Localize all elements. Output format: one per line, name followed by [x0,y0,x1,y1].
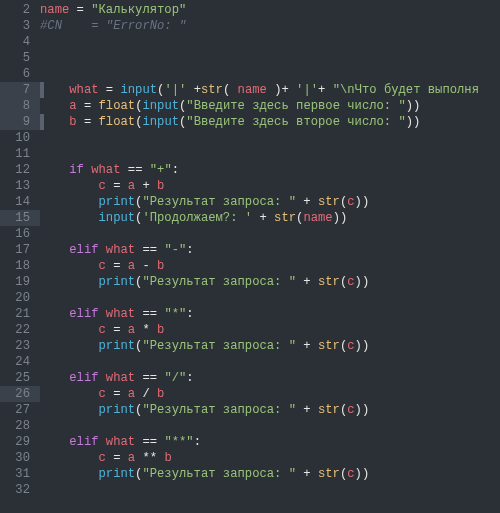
line-number: 13 [0,178,40,194]
code-line[interactable]: 19 print("Результат запроса: " + str(c)) [0,274,500,290]
code-line[interactable]: 32 [0,482,500,498]
code-line[interactable]: 3#CN = "ErrorNo: " [0,18,500,34]
token-op [40,323,99,337]
code-line[interactable]: 10 [0,130,500,146]
token-op: == [135,371,164,385]
code-line[interactable]: 6 [0,66,500,82]
code-content[interactable] [40,418,500,434]
code-content[interactable]: print("Результат запроса: " + str(c)) [40,338,500,354]
code-line[interactable]: 30 c = a ** b [0,450,500,466]
token-var: b [157,179,164,193]
code-line[interactable]: 11 [0,146,500,162]
token-op [40,115,69,129]
line-number: 3 [0,18,40,34]
code-line[interactable]: 25 elif what == "/": [0,370,500,386]
code-content[interactable]: c = a - b [40,258,500,274]
code-content[interactable]: c = a + b [40,178,500,194]
code-content[interactable]: elif what == "*": [40,306,500,322]
code-content[interactable]: #CN = "ErrorNo: " [40,18,500,34]
code-line[interactable]: 2name = "Калькулятор" [0,2,500,18]
token-var: c [99,451,106,465]
token-op: )) [355,195,370,209]
code-line[interactable]: 26 c = a / b [0,386,500,402]
token-str: "Результат запроса: " [142,467,296,481]
token-op: = [69,3,91,17]
code-content[interactable] [40,354,500,370]
code-content[interactable]: c = a / b [40,386,500,402]
code-editor[interactable]: 2name = "Калькулятор"3#CN = "ErrorNo: "4… [0,0,500,498]
token-var: c [347,467,354,481]
code-content[interactable] [40,130,500,146]
line-number: 15 [0,210,40,226]
code-content[interactable] [40,482,500,498]
code-content[interactable]: print("Результат запроса: " + str(c)) [40,402,500,418]
token-str: "Результат запроса: " [142,195,296,209]
token-fn: input [99,211,136,225]
token-str: "\nЧто будет выполня [333,83,479,97]
token-ty: str [318,403,340,417]
code-line[interactable]: 4 [0,34,500,50]
code-content[interactable]: c = a ** b [40,450,500,466]
code-content[interactable] [40,66,500,82]
code-line[interactable]: 21 elif what == "*": [0,306,500,322]
code-line[interactable]: 8 a = float(input("Введите здесь первое … [0,98,500,114]
code-line[interactable]: 5 [0,50,500,66]
token-str: "*" [164,307,186,321]
token-ty: str [318,275,340,289]
code-line[interactable]: 18 c = a - b [0,258,500,274]
token-op [40,339,99,353]
token-op [40,371,69,385]
code-line[interactable]: 31 print("Результат запроса: " + str(c)) [0,466,500,482]
token-op: == [135,435,164,449]
code-content[interactable] [40,50,500,66]
code-content[interactable]: b = float(input("Введите здесь второе чи… [40,114,500,130]
code-line[interactable]: 16 [0,226,500,242]
token-var: name [303,211,332,225]
code-line[interactable]: 7 what = input('|' +str( name )+ '|'+ "\… [0,82,500,98]
token-op [99,371,106,385]
token-op [40,307,69,321]
token-str: "/" [164,371,186,385]
code-content[interactable] [40,146,500,162]
code-content[interactable] [40,34,500,50]
code-content[interactable]: print("Результат запроса: " + str(c)) [40,194,500,210]
token-var: b [157,323,164,337]
code-content[interactable]: elif what == "/": [40,370,500,386]
code-line[interactable]: 12 if what == "+": [0,162,500,178]
code-content[interactable]: a = float(input("Введите здесь первое чи… [40,98,500,114]
code-content[interactable]: what = input('|' +str( name )+ '|'+ "\nЧ… [40,82,500,98]
code-line[interactable]: 13 c = a + b [0,178,500,194]
token-var: c [347,195,354,209]
code-line[interactable]: 15 input('Продолжаем?: ' + str(name)) [0,210,500,226]
code-content[interactable] [40,226,500,242]
line-number: 29 [0,434,40,450]
code-line[interactable]: 20 [0,290,500,306]
token-op: = [106,387,128,401]
code-line[interactable]: 14 print("Результат запроса: " + str(c)) [0,194,500,210]
line-number: 31 [0,466,40,482]
code-content[interactable]: input('Продолжаем?: ' + str(name)) [40,210,500,226]
code-content[interactable]: if what == "+": [40,162,500,178]
code-line[interactable]: 23 print("Результат запроса: " + str(c)) [0,338,500,354]
code-line[interactable]: 9 b = float(input("Введите здесь второе … [0,114,500,130]
code-content[interactable]: elif what == "-": [40,242,500,258]
token-op: = [99,83,121,97]
code-content[interactable]: print("Результат запроса: " + str(c)) [40,466,500,482]
code-line[interactable]: 29 elif what == "**": [0,434,500,450]
code-line[interactable]: 27 print("Результат запроса: " + str(c)) [0,402,500,418]
code-content[interactable]: c = a * b [40,322,500,338]
token-op: - [135,259,157,273]
code-line[interactable]: 24 [0,354,500,370]
code-line[interactable]: 17 elif what == "-": [0,242,500,258]
token-var: what [106,307,135,321]
code-content[interactable]: print("Результат запроса: " + str(c)) [40,274,500,290]
code-line[interactable]: 28 [0,418,500,434]
token-op: )) [406,99,421,113]
token-op: + [296,403,318,417]
token-ty: str [318,339,340,353]
code-line[interactable]: 22 c = a * b [0,322,500,338]
code-content[interactable] [40,290,500,306]
token-op [40,403,99,417]
code-content[interactable]: elif what == "**": [40,434,500,450]
code-content[interactable]: name = "Калькулятор" [40,2,500,18]
